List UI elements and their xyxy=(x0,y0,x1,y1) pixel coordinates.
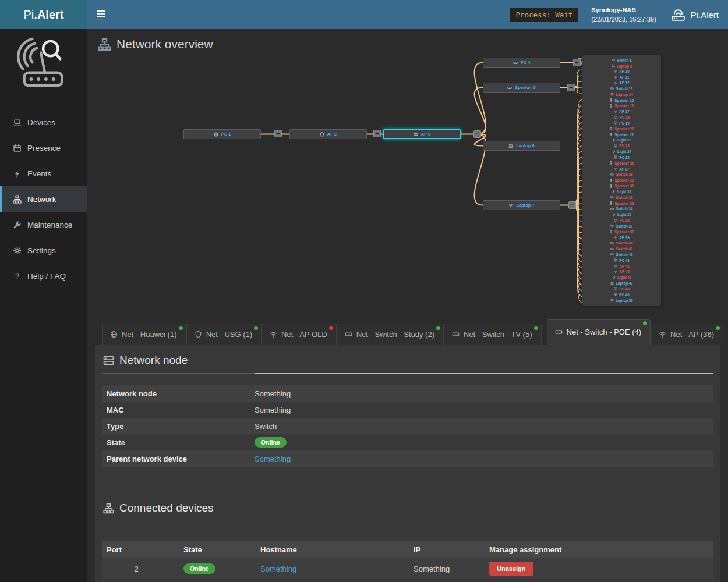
device-list-item-switch-42[interactable]: Switch 42 xyxy=(582,253,661,257)
collapse-toggle-laptop-7[interactable]: − xyxy=(568,201,576,209)
sidebar-item-help-faq[interactable]: Help / FAQ xyxy=(0,263,87,289)
device-list-item-switch-32[interactable]: Switch 32 xyxy=(582,196,661,200)
top-right-brand[interactable]: Pi.Alert xyxy=(670,8,719,22)
light-icon xyxy=(612,150,616,154)
unassign-button[interactable]: Unassign xyxy=(489,562,533,576)
table-row: 2OnlineSomethingSomethingUnassign xyxy=(102,558,713,579)
tab-net-huawei-1[interactable]: Net - Huawei (1) xyxy=(102,324,186,345)
sidebar-item-devices[interactable]: Devices xyxy=(0,109,87,135)
device-list-item-light-31[interactable]: Light 31 xyxy=(582,190,661,194)
device-list-item-ap-39[interactable]: AP 39 xyxy=(582,236,661,240)
device-list-item-speaker-30[interactable]: Speaker 30 xyxy=(582,184,661,188)
device-list-item-ap-27[interactable]: AP 27 xyxy=(582,167,661,171)
device-list-item-speaker-33[interactable]: Speaker 33 xyxy=(582,201,661,205)
device-list-item-ap-12[interactable]: AP 12 xyxy=(582,81,661,85)
wifi-icon xyxy=(614,167,617,171)
device-list-item-light-35[interactable]: Light 35 xyxy=(582,212,661,217)
device-list-item-light-22[interactable]: Light 22 xyxy=(582,138,661,142)
device-label: Speaker 33 xyxy=(614,201,634,205)
laptop-icon xyxy=(610,282,614,285)
device-label: PC 36 xyxy=(619,218,630,222)
connected-devices-title: Connected devices xyxy=(102,502,713,514)
device-label: Light 35 xyxy=(617,212,631,217)
device-list-item-switch-13[interactable]: Switch 13 xyxy=(582,87,661,91)
device-list-item-switch-40[interactable]: Switch 40 xyxy=(582,241,661,245)
device-list-item-pc-48[interactable]: PC 48 xyxy=(582,287,661,291)
device-list-item-switch-28[interactable]: Switch 28 xyxy=(582,172,661,176)
network-overview-section: Network overview PC 1−AP 2−AP 3−PC 4−Spe… xyxy=(87,29,728,319)
device-list-item-ap-44[interactable]: AP 44 xyxy=(582,264,661,268)
device-list-item-speaker-26[interactable]: Speaker 26 xyxy=(582,161,661,165)
device-list-item-pc-19[interactable]: PC 19 xyxy=(582,121,661,125)
column-header-manage-assignment: Manage assignment xyxy=(489,545,713,554)
collapse-toggle-pc-1[interactable]: − xyxy=(274,130,282,137)
collapse-toggle-pc-4[interactable]: − xyxy=(573,59,581,66)
device-list-item-pc-36[interactable]: PC 36 xyxy=(582,218,661,222)
device-list-item-light-46[interactable]: Light 46 xyxy=(582,275,661,279)
calendar-icon xyxy=(13,144,22,152)
diagram-node-pc-4[interactable]: PC 4 xyxy=(483,58,560,68)
brand-suffix: .Alert xyxy=(34,8,63,22)
sidebar-item-network[interactable]: Network xyxy=(0,186,87,212)
tab-net-usg-1[interactable]: Net - USG (1) xyxy=(186,324,261,345)
device-list-item-speaker-29[interactable]: Speaker 29 xyxy=(582,178,661,182)
device-list-item-switch-37[interactable]: Switch 37 xyxy=(582,224,661,228)
device-list-item-pc-18[interactable]: PC 18 xyxy=(582,115,661,119)
device-label: Switch 37 xyxy=(616,224,632,228)
status-dot xyxy=(534,326,538,330)
device-label: Switch 8 xyxy=(617,58,632,62)
sidebar-item-maintenance[interactable]: Maintenance xyxy=(0,212,87,237)
status-dot xyxy=(179,326,183,330)
diagram-node-ap-2[interactable]: AP 2 xyxy=(289,129,367,139)
tab-label: Net - Switch - POE (4) xyxy=(567,328,642,336)
sidebar-item-events[interactable]: Events xyxy=(0,161,87,186)
tab-net-ap-old[interactable]: Net - AP OLD xyxy=(261,324,337,345)
device-list-item-laptop-47[interactable]: Laptop 47 xyxy=(582,281,661,285)
tab-net-switch-poe-4[interactable]: Net - Switch - POE (4) xyxy=(547,319,651,345)
diagram-node-laptop-7[interactable]: Laptop 7 xyxy=(483,200,560,210)
device-list-item-speaker-16[interactable]: Speaker 16 xyxy=(582,104,661,108)
network-node-details: Network nodeSomethingMACSomethingTypeSwi… xyxy=(102,385,713,467)
device-list-item-laptop-14[interactable]: Laptop 14 xyxy=(582,93,661,97)
collapse-toggle-ap-2[interactable]: − xyxy=(373,130,381,137)
device-list-item-speaker-38[interactable]: Speaker 38 xyxy=(582,230,661,234)
device-list-item-ap-11[interactable]: AP 11 xyxy=(582,75,661,79)
collapse-toggle-speaker-5[interactable]: − xyxy=(567,84,575,91)
device-list-item-ap-10[interactable]: AP 10 xyxy=(582,69,661,73)
sidebar-item-label: Presence xyxy=(27,144,61,152)
hostname-link[interactable]: Something xyxy=(260,565,414,573)
menu-toggle-button[interactable] xyxy=(87,0,115,29)
device-list-item-pc-43[interactable]: PC 43 xyxy=(582,258,661,262)
question-icon xyxy=(13,272,22,281)
laptop-icon xyxy=(13,118,22,127)
device-label: Laptop 47 xyxy=(616,281,633,285)
parent-device-link[interactable]: Something xyxy=(255,455,291,463)
diagram-node-pc-1[interactable]: PC 1 xyxy=(183,129,261,139)
sidebar-item-settings[interactable]: Settings xyxy=(0,237,87,263)
app-logo[interactable]: Pi.Alert xyxy=(0,0,87,29)
device-list-item-ap-17[interactable]: AP 17 xyxy=(582,109,661,113)
device-list-item-switch-8[interactable]: Switch 8 xyxy=(582,58,661,62)
device-list-item-laptop-9[interactable]: Laptop 9 xyxy=(582,64,661,68)
device-list-item-switch-41[interactable]: Switch 41 xyxy=(582,247,661,251)
device-list-item-pc-23[interactable]: PC 23 xyxy=(582,144,661,148)
sidebar-item-presence[interactable]: Presence xyxy=(0,135,87,161)
device-list-item-speaker-20[interactable]: Speaker 20 xyxy=(582,127,661,131)
tab-net-switch-tv-5[interactable]: Net - Switch - TV (5) xyxy=(444,324,542,345)
device-list-item-laptop-50[interactable]: Laptop 50 xyxy=(582,299,661,303)
device-list-item-light-24[interactable]: Light 24 xyxy=(582,150,661,154)
diagram-node-ap-3[interactable]: AP 3 xyxy=(383,129,461,139)
device-label: PC 49 xyxy=(619,293,630,297)
device-list-item-switch-34[interactable]: Switch 34 xyxy=(582,207,661,211)
device-list-item-pc-25[interactable]: PC 25 xyxy=(582,155,661,159)
device-list-item-ap-45[interactable]: AP 45 xyxy=(582,269,661,274)
diagram-node-laptop-6[interactable]: Laptop 6 xyxy=(483,141,560,151)
divider xyxy=(102,527,713,527)
diagram-node-speaker-5[interactable]: Speaker 5 xyxy=(483,83,560,93)
device-list-item-speaker-15[interactable]: Speaker 15 xyxy=(582,98,661,102)
tab-net-ap-36[interactable]: Net - AP (36) xyxy=(651,324,723,345)
tab-net-switch-study-2[interactable]: Net - Switch - Study (2) xyxy=(337,324,444,345)
collapse-toggle-ap-3[interactable]: − xyxy=(473,130,481,138)
device-list-item-pc-49[interactable]: PC 49 xyxy=(582,293,661,297)
device-list-item-speaker-21[interactable]: Speaker 21 xyxy=(582,133,661,137)
